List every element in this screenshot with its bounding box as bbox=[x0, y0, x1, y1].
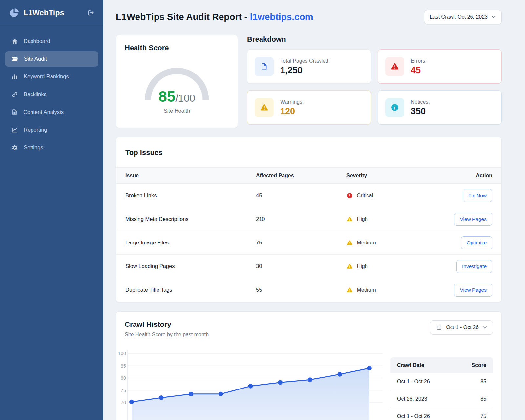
document-icon bbox=[255, 57, 274, 76]
health-gauge: 85/100 bbox=[142, 66, 212, 102]
issue-name: Missing Meta Descriptions bbox=[116, 207, 247, 231]
issue-action-button[interactable]: Optimize bbox=[461, 236, 492, 249]
column-header-action: Action bbox=[403, 168, 501, 184]
stat-label: Total Pages Crawled: bbox=[280, 58, 330, 64]
crawl-history-subtitle: Site Health Score by the past month bbox=[125, 332, 209, 338]
stat-value: 350 bbox=[411, 107, 430, 116]
table-row: Broken Links 45 Critical Fix Now bbox=[116, 184, 501, 207]
severity-badge: Critical bbox=[346, 192, 394, 199]
issue-name: Slow Loading Pages bbox=[116, 255, 247, 278]
severity-label: High bbox=[357, 263, 368, 269]
sidebar-item-dashboard[interactable]: Dashboard bbox=[5, 33, 98, 49]
health-score-denominator: /100 bbox=[175, 93, 195, 104]
crawl-score: 85 bbox=[480, 396, 486, 402]
page-title-prefix: L1WebTips Site Audit Report - bbox=[116, 12, 250, 22]
crawl-table-header: Crawl Date Score bbox=[390, 357, 493, 373]
sidebar-item-content-analysis[interactable]: Content Analysis bbox=[5, 104, 98, 120]
crawl-table-row: Oct 26, 2023 85 bbox=[390, 390, 493, 408]
column-header-affected-pages: Affected Pages bbox=[247, 168, 337, 184]
stat-value: 1,250 bbox=[280, 66, 330, 75]
warning-triangle-icon bbox=[346, 216, 353, 222]
sidebar-item-keyword-rankings[interactable]: Keyword Rankings bbox=[5, 69, 98, 84]
file-text-icon bbox=[11, 109, 18, 115]
sidebar-item-label: Keyword Rankings bbox=[24, 74, 69, 80]
crawl-table-row: Oct 1 - Oct 26 85 bbox=[390, 373, 493, 390]
crawl-history-body: 0-10085807570 Crawl Date Score Oct 1 - O… bbox=[125, 350, 493, 420]
table-row: Slow Loading Pages 30 High Investigate bbox=[116, 255, 501, 278]
sidebar-item-reporting[interactable]: Reporting bbox=[5, 122, 98, 137]
svg-text:70: 70 bbox=[121, 400, 126, 405]
crawl-date: Oct 1 - Oct 26 bbox=[397, 413, 430, 419]
date-range-label: Oct 1 - Oct 26 bbox=[446, 325, 479, 330]
sidebar-item-label: Reporting bbox=[24, 127, 47, 133]
sidebar-item-settings[interactable]: Settings bbox=[5, 140, 98, 155]
app-logo-text: L1WebTips bbox=[24, 9, 64, 17]
table-header-row: Issue Affected Pages Severity Action bbox=[116, 168, 501, 184]
alert-triangle-icon bbox=[385, 57, 404, 76]
issue-name: Duplicate Title Tags bbox=[116, 278, 247, 302]
severity-label: Medium bbox=[357, 240, 376, 246]
gear-icon bbox=[11, 144, 18, 151]
column-header-issue: Issue bbox=[116, 168, 247, 184]
last-crawl-label: Last Crawl: Oct 26, 2023 bbox=[430, 14, 488, 20]
top-issues-table: Issue Affected Pages Severity Action Bro… bbox=[116, 167, 501, 302]
warning-triangle-icon bbox=[346, 240, 353, 246]
line-chart-icon bbox=[11, 127, 18, 133]
breakdown-title: Breakdown bbox=[247, 35, 502, 44]
affected-pages-count: 75 bbox=[247, 231, 337, 255]
report-domain: l1webtips.com bbox=[250, 12, 313, 22]
chevron-down-icon bbox=[492, 16, 496, 18]
top-issues-title: Top Issues bbox=[116, 137, 501, 167]
stat-label: Warnings: bbox=[280, 99, 304, 105]
info-circle-icon bbox=[385, 98, 404, 117]
affected-pages-count: 210 bbox=[247, 207, 337, 231]
column-header-crawl-date: Crawl Date bbox=[397, 362, 424, 368]
folder-open-icon bbox=[11, 55, 18, 62]
crawl-history-chart: 0-10085807570 bbox=[118, 350, 383, 420]
sidebar-item-backlinks[interactable]: Backlinks bbox=[5, 87, 98, 102]
crawl-date: Oct 1 - Oct 26 bbox=[397, 379, 430, 385]
logout-icon[interactable] bbox=[87, 9, 94, 16]
issue-action-button[interactable]: View Pages bbox=[454, 284, 492, 297]
sidebar-item-label: Dashboard bbox=[24, 38, 50, 44]
bar-chart-icon bbox=[11, 74, 18, 80]
summary-row: Health Score 85/100 Site Health Breakdow… bbox=[116, 35, 502, 128]
pie-chart-logo-icon bbox=[9, 8, 19, 18]
stat-card-warnings: Warnings: 120 bbox=[247, 90, 371, 125]
stat-card-notices: Notices: 350 bbox=[378, 90, 502, 125]
sidebar-nav: Dashboard Site Audit Keyword Rankings Ba… bbox=[0, 26, 103, 165]
sidebar-item-label: Settings bbox=[24, 144, 43, 151]
stat-value: 45 bbox=[411, 66, 427, 75]
stat-card-errors: Errors: 45 bbox=[378, 49, 502, 84]
stat-label: Errors: bbox=[411, 58, 427, 64]
issue-action-button[interactable]: Fix Now bbox=[463, 189, 492, 202]
table-row: Missing Meta Descriptions 210 High View … bbox=[116, 207, 501, 231]
svg-text:85: 85 bbox=[121, 363, 126, 368]
column-header-score: Score bbox=[472, 362, 486, 368]
page-title: L1WebTips Site Audit Report - l1webtips.… bbox=[116, 12, 313, 22]
svg-text:75: 75 bbox=[121, 388, 126, 393]
top-issues-card: Top Issues Issue Affected Pages Severity… bbox=[116, 137, 502, 302]
issue-action-button[interactable]: View Pages bbox=[454, 213, 492, 226]
page-header: L1WebTips Site Audit Report - l1webtips.… bbox=[116, 10, 502, 24]
critical-icon bbox=[346, 192, 353, 199]
svg-text:0-100: 0-100 bbox=[118, 351, 126, 356]
calendar-icon bbox=[436, 325, 442, 330]
sidebar-item-site-audit[interactable]: Site Audit bbox=[5, 51, 98, 67]
sidebar-item-label: Backlinks bbox=[24, 91, 47, 97]
date-range-dropdown[interactable]: Oct 1 - Oct 26 bbox=[430, 320, 493, 335]
warning-triangle-icon bbox=[346, 263, 353, 270]
crawl-table-row: Oct 1 - Oct 26 75 bbox=[390, 408, 493, 420]
issue-action-button[interactable]: Investigate bbox=[456, 260, 492, 273]
health-score-value: 85 bbox=[158, 88, 175, 105]
breakdown-section: Breakdown Total Pages Crawled: 1,250 bbox=[247, 35, 502, 125]
crawl-history-card: Crawl History Site Health Score by the p… bbox=[116, 311, 502, 420]
main-content: L1WebTips Site Audit Report - l1webtips.… bbox=[103, 0, 525, 420]
last-crawl-dropdown[interactable]: Last Crawl: Oct 26, 2023 bbox=[424, 10, 502, 24]
stat-card-total-pages: Total Pages Crawled: 1,250 bbox=[247, 49, 371, 84]
stat-label: Notices: bbox=[411, 99, 430, 105]
gauge-score-text: 85/100 bbox=[142, 88, 212, 105]
health-score-title: Health Score bbox=[125, 44, 229, 52]
severity-badge: Medium bbox=[346, 287, 394, 293]
crawl-history-title: Crawl History bbox=[125, 320, 209, 329]
